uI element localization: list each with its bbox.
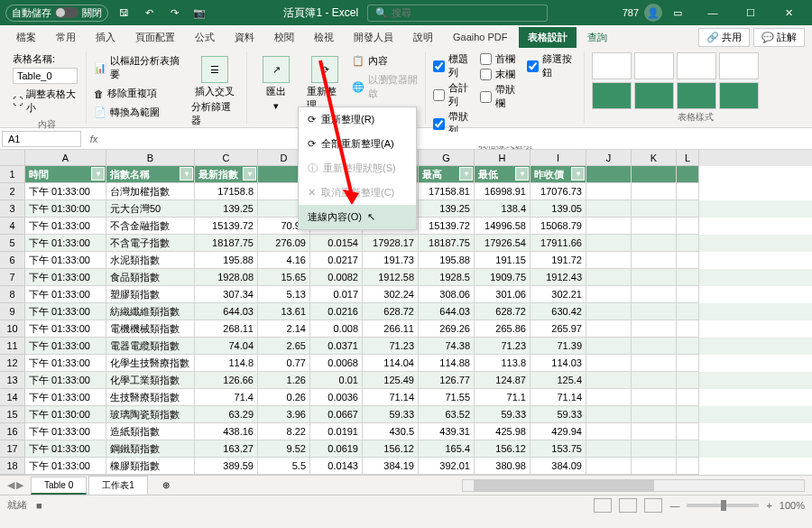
cell[interactable]: 644.03 (195, 303, 258, 320)
cell[interactable] (632, 423, 677, 440)
save-icon[interactable]: 🖫 (114, 3, 134, 23)
cell[interactable]: 71.14 (363, 389, 419, 406)
cell[interactable]: 15139.72 (195, 218, 258, 235)
cell[interactable]: 71.23 (475, 338, 531, 355)
cell[interactable]: 16998.91 (475, 183, 531, 200)
cell[interactable]: 1928.5 (419, 269, 475, 286)
cell[interactable]: 425.98 (475, 423, 531, 440)
cell[interactable]: 125.49 (363, 372, 419, 389)
cell[interactable]: 0.0619 (310, 440, 363, 458)
cell[interactable] (677, 355, 699, 372)
cell[interactable] (632, 303, 677, 320)
cell[interactable]: 71.14 (531, 389, 586, 406)
style-item[interactable] (719, 52, 759, 79)
redo-icon[interactable]: ↷ (164, 3, 184, 23)
column-header[interactable]: A (25, 150, 106, 166)
row-header[interactable]: 1 (0, 166, 25, 183)
cell[interactable]: 2.14 (258, 320, 310, 338)
cell[interactable]: 392.01 (419, 458, 475, 475)
cell[interactable] (632, 286, 677, 303)
sheet-tab[interactable]: 工作表1 (88, 476, 148, 495)
cell[interactable] (586, 372, 632, 389)
fx-icon[interactable]: fx (83, 134, 105, 144)
cell[interactable]: 71.4 (195, 389, 258, 406)
column-header[interactable]: B (106, 150, 195, 166)
cell[interactable]: 74.04 (195, 338, 258, 355)
cell[interactable]: 71.23 (363, 338, 419, 355)
cell[interactable]: 1928.08 (195, 269, 258, 286)
cell[interactable]: 0.0068 (310, 355, 363, 372)
column-header[interactable]: L (677, 150, 699, 166)
table-header-cell[interactable]: 最高▾ (419, 166, 475, 183)
cell[interactable]: 71.55 (419, 389, 475, 406)
cell[interactable] (677, 338, 699, 355)
cell[interactable]: 276.09 (258, 235, 310, 252)
cell[interactable] (632, 200, 677, 218)
cell[interactable] (586, 269, 632, 286)
cell[interactable]: 430.5 (363, 423, 419, 440)
comments-button[interactable]: 💬 註解 (753, 28, 805, 47)
column-header[interactable]: H (475, 150, 531, 166)
cell[interactable] (586, 286, 632, 303)
cell[interactable]: 食品類指數 (106, 269, 195, 286)
row-header[interactable]: 4 (0, 218, 25, 235)
cell[interactable]: 265.97 (531, 320, 586, 338)
tab-file[interactable]: 檔案 (7, 27, 45, 48)
cell[interactable]: 156.12 (475, 440, 531, 458)
avatar[interactable]: 👤 (644, 4, 662, 22)
tab-help[interactable]: 說明 (404, 27, 442, 48)
style-item[interactable] (634, 52, 674, 79)
cell[interactable]: 14996.58 (475, 218, 531, 235)
cell[interactable]: 195.88 (195, 252, 258, 269)
cell[interactable] (632, 269, 677, 286)
cell[interactable]: 438.16 (195, 423, 258, 440)
filter-icon[interactable]: ▾ (515, 167, 529, 181)
style-item[interactable] (592, 82, 632, 109)
cell[interactable]: 429.94 (531, 423, 586, 440)
cell[interactable]: 59.33 (531, 406, 586, 423)
tab-query[interactable]: 查詢 (578, 27, 616, 48)
cell[interactable]: 17928.17 (363, 235, 419, 252)
tab-review[interactable]: 校閱 (265, 27, 303, 48)
cell[interactable]: 化學生技醫療指數 (106, 355, 195, 372)
cell[interactable]: 元大台灣50 (106, 200, 195, 218)
filter-icon[interactable]: ▾ (243, 167, 256, 181)
insert-slicer-button[interactable]: ☰ 插入交叉分析篩選器 (188, 52, 241, 131)
cell[interactable]: 71.1 (475, 389, 531, 406)
cell[interactable]: 191.73 (363, 252, 419, 269)
cell[interactable] (586, 406, 632, 423)
cell[interactable] (677, 286, 699, 303)
row-header[interactable]: 3 (0, 200, 25, 218)
cell[interactable]: 18187.75 (419, 235, 475, 252)
row-header[interactable]: 13 (0, 372, 25, 389)
cell[interactable] (586, 235, 632, 252)
cell[interactable]: 下午 01:33:00 (25, 286, 106, 303)
table-name-input[interactable] (13, 68, 78, 84)
cell[interactable] (677, 406, 699, 423)
filter-icon[interactable]: ▾ (180, 167, 193, 181)
minimize-button[interactable]: — (695, 0, 731, 25)
horizontal-scrollbar[interactable] (462, 479, 805, 492)
cell[interactable] (632, 355, 677, 372)
cell[interactable]: 造紙類指數 (106, 423, 195, 440)
cell[interactable]: 0.0082 (310, 269, 363, 286)
cell[interactable]: 195.88 (419, 252, 475, 269)
cell[interactable] (632, 440, 677, 458)
cell[interactable]: 630.42 (531, 303, 586, 320)
cell[interactable] (632, 235, 677, 252)
cell[interactable]: 15068.79 (531, 218, 586, 235)
cell[interactable] (586, 440, 632, 458)
table-styles-gallery[interactable] (592, 52, 799, 109)
row-header[interactable]: 9 (0, 303, 25, 320)
cell[interactable]: 玻璃陶瓷類指數 (106, 406, 195, 423)
cell[interactable]: 265.86 (475, 320, 531, 338)
cell[interactable]: 0.008 (310, 320, 363, 338)
cell[interactable]: 台灣加權指數 (106, 183, 195, 200)
normal-view-button[interactable] (594, 498, 612, 513)
cell[interactable] (632, 458, 677, 475)
autosave-toggle[interactable]: 自動儲存 關閉 (5, 5, 108, 22)
cell[interactable] (677, 235, 699, 252)
cell[interactable]: 下午 01:33:00 (25, 389, 106, 406)
cell[interactable]: 0.26 (258, 389, 310, 406)
cell[interactable]: 電機機械類指數 (106, 320, 195, 338)
